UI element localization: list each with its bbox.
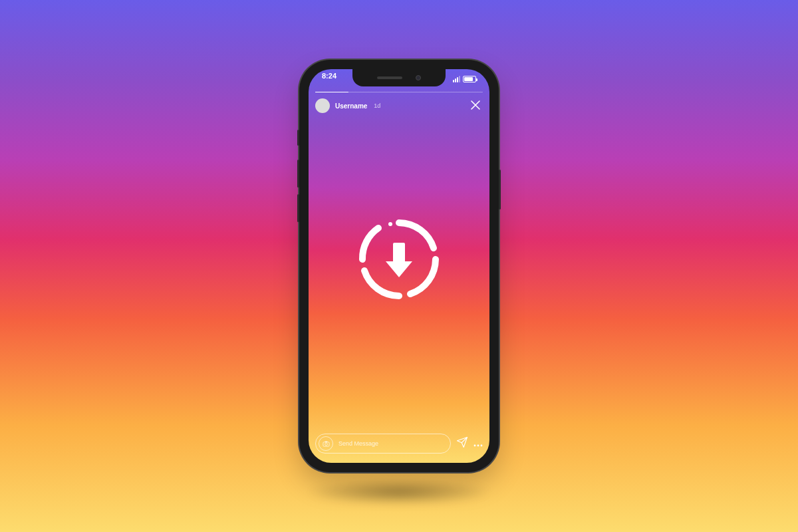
svg-point-3 <box>325 443 327 446</box>
signal-icon <box>453 76 460 82</box>
mute-switch <box>297 130 299 146</box>
volume-up-button <box>297 160 299 188</box>
story-footer: Send Message <box>315 434 483 454</box>
svg-point-7 <box>481 445 483 447</box>
svg-point-5 <box>474 445 476 447</box>
more-button[interactable] <box>473 438 483 449</box>
notch <box>352 69 446 86</box>
front-camera <box>416 75 421 80</box>
message-placeholder: Send Message <box>338 440 378 447</box>
camera-button[interactable] <box>319 436 333 451</box>
story-progress-bar[interactable] <box>315 92 483 92</box>
more-icon <box>473 444 483 447</box>
close-icon <box>471 100 480 110</box>
username-label[interactable]: Username <box>335 102 367 110</box>
phone-frame: 8:24 Username 1d <box>299 60 499 472</box>
svg-rect-4 <box>325 441 327 442</box>
svg-rect-1 <box>393 243 405 263</box>
speaker-grille <box>377 76 402 79</box>
paper-plane-icon <box>456 436 468 448</box>
story-header: Username 1d <box>315 97 483 114</box>
phone-mockup: 8:24 Username 1d <box>299 60 499 472</box>
close-button[interactable] <box>468 97 483 114</box>
clock: 8:24 <box>322 72 336 86</box>
phone-screen: 8:24 Username 1d <box>309 69 489 463</box>
download-story-icon <box>356 216 442 305</box>
avatar[interactable] <box>315 98 330 113</box>
phone-shadow <box>306 479 492 505</box>
message-input[interactable]: Send Message <box>315 434 451 454</box>
svg-point-6 <box>477 445 479 447</box>
battery-icon <box>463 76 476 82</box>
volume-down-button <box>297 194 299 222</box>
power-button <box>499 170 501 209</box>
timestamp-label: 1d <box>374 102 380 109</box>
camera-icon <box>323 440 330 448</box>
svg-point-0 <box>388 222 392 226</box>
share-button[interactable] <box>456 436 468 451</box>
